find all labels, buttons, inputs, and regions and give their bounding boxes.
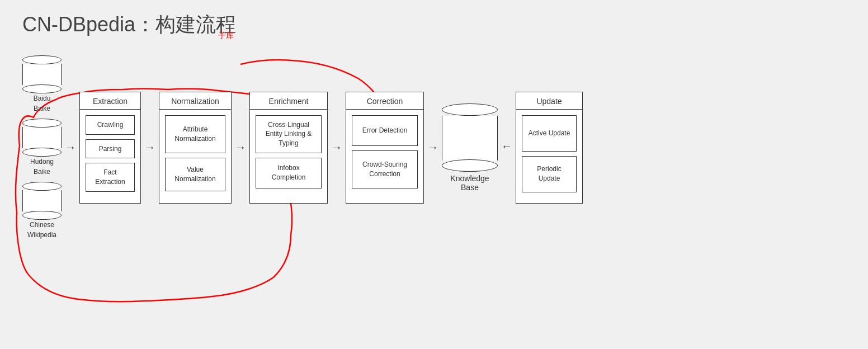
extraction-item-2: Fact Extraction	[86, 163, 135, 192]
extraction-title: Extraction	[80, 92, 140, 110]
update-title: Update	[516, 92, 582, 110]
correction-items: Error Detection Crowd-Souring Correction	[346, 110, 423, 194]
source-chinese: Chinese Wikipedia	[22, 182, 62, 239]
page-title: CN-DBpedia：构建流程	[22, 11, 846, 39]
cyl-body-baidu	[22, 64, 62, 85]
arrow-1: →	[62, 141, 79, 154]
source-baidu-label: Baidu	[34, 95, 51, 103]
arrow-3: →	[232, 141, 249, 154]
page: CN-DBpedia：构建流程 子库 Baidu Baike	[0, 0, 868, 349]
arrow-6: →	[498, 141, 516, 154]
extraction-item-1: Parsing	[86, 139, 135, 159]
source-chinese-label2: Wikipedia	[27, 231, 56, 240]
extraction-items: Crawling Parsing Fact Extraction	[80, 110, 140, 197]
normalization-items: Attribute Normalization Value Normalizat…	[159, 110, 231, 197]
enrichment-items: Cross-Lingual Entity Linking & Typing In…	[250, 110, 327, 194]
normalization-box: Normalization Attribute Normalization Va…	[159, 92, 232, 204]
arrow-2: →	[141, 141, 159, 154]
sources-group: Baidu Baike Hudong Baike Chinese Wikiped…	[22, 55, 62, 240]
annotation-label: 子库	[218, 31, 234, 41]
source-baidu-label2: Baike	[34, 105, 50, 114]
source-hudong-label2: Baike	[34, 168, 50, 177]
knowledge-base-label: KnowledgeBase	[450, 174, 489, 192]
kb-cyl-top	[442, 103, 498, 116]
update-item-0: Active Update	[522, 115, 577, 152]
arrow-4: →	[328, 141, 346, 154]
cyl-top-chinese	[22, 182, 62, 191]
cyl-top-baidu	[22, 55, 62, 64]
correction-box: Correction Error Detection Crowd-Souring…	[346, 92, 424, 204]
knowledge-base-container: KnowledgeBase	[442, 103, 498, 192]
enrichment-title: Enrichment	[250, 92, 327, 110]
cyl-top-hudong	[22, 119, 62, 128]
update-item-1: Periodic Update	[522, 156, 577, 192]
diagram-area: Baidu Baike Hudong Baike Chinese Wikiped…	[22, 55, 846, 240]
cyl-bot-chinese	[22, 211, 62, 220]
enrichment-item-1: Infobox Completion	[256, 158, 322, 188]
normalization-item-0: Attribute Normalization	[165, 115, 225, 153]
kb-cyl-body	[442, 116, 498, 161]
cyl-body-hudong	[22, 127, 62, 148]
correction-item-0: Error Detection	[352, 115, 418, 146]
enrichment-box: Enrichment Cross-Lingual Entity Linking …	[249, 92, 328, 204]
normalization-item-1: Value Normalization	[165, 158, 225, 191]
source-baidu: Baidu Baike	[22, 55, 62, 113]
update-box: Update Active Update Periodic Update	[516, 92, 583, 204]
kb-cyl-bottom	[442, 159, 498, 172]
extraction-box: Extraction Crawling Parsing Fact Extract…	[79, 92, 141, 204]
arrow-5: →	[424, 141, 442, 154]
cyl-bot-hudong	[22, 148, 62, 157]
source-hudong: Hudong Baike	[22, 119, 62, 176]
extraction-item-0: Crawling	[86, 115, 135, 135]
cyl-body-chinese	[22, 190, 62, 211]
source-hudong-label: Hudong	[30, 158, 54, 167]
normalization-title: Normalization	[159, 92, 231, 110]
source-chinese-label: Chinese	[30, 221, 54, 230]
cyl-bot-baidu	[22, 84, 62, 93]
correction-item-1: Crowd-Souring Correction	[352, 150, 418, 188]
update-items: Active Update Periodic Update	[516, 110, 582, 198]
correction-title: Correction	[346, 92, 423, 110]
enrichment-item-0: Cross-Lingual Entity Linking & Typing	[256, 115, 322, 153]
